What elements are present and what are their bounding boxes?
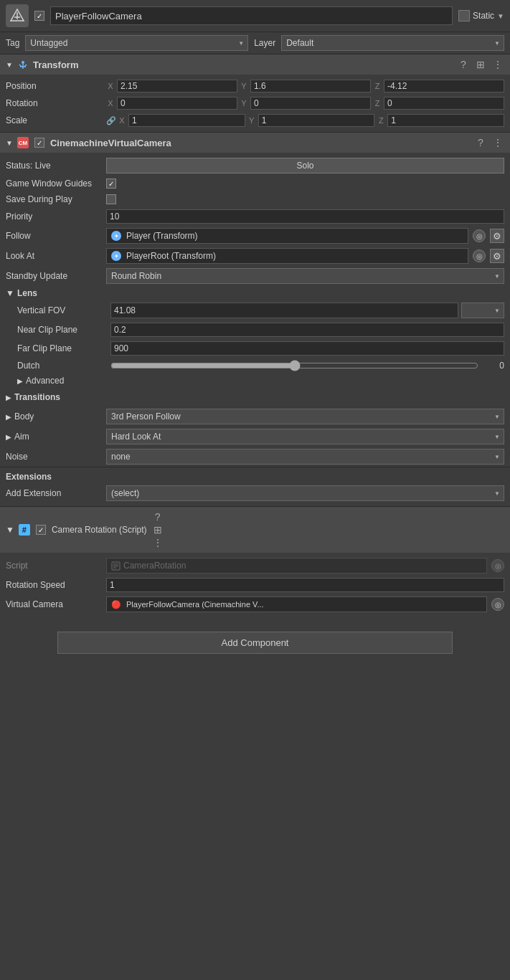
solo-button[interactable]: Solo — [106, 158, 504, 173]
script-object-ref: CameraRotation — [106, 558, 487, 574]
noise-select-wrapper[interactable]: none — [106, 449, 504, 465]
transform-menu-icon[interactable]: ⋮ — [491, 58, 504, 71]
virtual-camera-row: Virtual Camera 🔴 PlayerFollowCamera (Cin… — [0, 594, 510, 614]
game-window-guides-checkbox[interactable] — [106, 179, 116, 189]
lens-title: Lens — [17, 288, 37, 298]
object-active-checkbox[interactable] — [34, 11, 44, 21]
aim-value: Hard Look At — [106, 429, 504, 444]
transform-title: Transform — [33, 60, 453, 70]
dutch-slider[interactable] — [110, 361, 478, 371]
cm-help-icon[interactable]: ? — [474, 136, 487, 149]
rot-x-label: X — [106, 99, 115, 108]
rot-z-label: Z — [373, 99, 382, 108]
advanced-subsection-header[interactable]: ▶ Advanced — [0, 374, 510, 388]
look-at-select-btn[interactable]: ◎ — [473, 249, 486, 262]
svg-line-6 — [19, 65, 22, 67]
rotation-xyz: X Y Z — [106, 97, 504, 110]
layer-dropdown-wrapper[interactable]: Default — [281, 35, 504, 51]
transitions-arrow: ▶ — [6, 394, 11, 401]
add-extension-select-wrapper[interactable]: (select) — [106, 485, 504, 501]
position-z-input[interactable] — [384, 80, 504, 92]
rotation-speed-row: Rotation Speed — [0, 576, 510, 594]
vertical-fov-row: Vertical FOV — [0, 300, 510, 320]
static-dropdown-arrow[interactable]: ▼ — [497, 12, 504, 20]
save-during-play-checkbox[interactable] — [106, 194, 116, 204]
layer-dropdown[interactable]: Default — [281, 35, 504, 51]
object-name-input[interactable] — [50, 6, 453, 25]
noise-value: none — [106, 449, 504, 465]
look-at-gear-btn[interactable]: ⚙ — [490, 249, 504, 263]
extensions-title: Extensions — [0, 467, 510, 483]
scale-z-input[interactable] — [387, 114, 504, 127]
scale-x-input[interactable] — [128, 114, 245, 127]
vertical-fov-input[interactable] — [110, 303, 458, 318]
scale-label: Scale — [6, 115, 106, 125]
transform-section-header[interactable]: ▼ Transform ? ⊞ ⋮ — [0, 54, 510, 75]
add-extension-label: Add Extension — [6, 488, 106, 498]
follow-select-btn[interactable]: ◎ — [473, 229, 486, 242]
priority-input[interactable] — [106, 209, 504, 224]
pos-z-label: Z — [373, 82, 382, 90]
follow-gear-btn[interactable]: ⚙ — [490, 229, 504, 243]
transform-sliders-icon[interactable]: ⊞ — [474, 58, 487, 71]
cm-enabled-checkbox[interactable] — [34, 138, 44, 148]
add-component-area: Add Component — [0, 617, 510, 668]
rotation-x-input[interactable] — [117, 97, 237, 110]
body-select-wrapper[interactable]: 3rd Person Follow — [106, 409, 504, 424]
cr-enabled-checkbox[interactable] — [36, 525, 46, 535]
rotation-z-input[interactable] — [384, 97, 504, 110]
camera-rotation-section-body: Script CameraRotation ◎ Rotation Speed V… — [0, 553, 510, 617]
rot-y-label: Y — [240, 99, 248, 108]
advanced-collapse-arrow: ▶ — [17, 377, 23, 385]
fov-unit-select[interactable] — [461, 303, 504, 318]
rotation-speed-input[interactable] — [106, 578, 504, 592]
script-select-btn[interactable]: ◎ — [491, 559, 504, 572]
tag-dropdown[interactable]: Untagged — [25, 35, 248, 51]
far-clip-input[interactable] — [110, 341, 504, 356]
top-header: Static ▼ — [0, 0, 510, 32]
standby-update-value: Round Robin Never Always — [106, 268, 504, 284]
svg-line-7 — [24, 65, 27, 67]
status-label: Status: Live — [6, 161, 106, 171]
game-window-guides-row: Game Window Guides — [0, 176, 510, 191]
far-clip-value — [110, 341, 504, 356]
far-clip-label: Far Clip Plane — [17, 343, 110, 353]
aim-select-wrapper[interactable]: Hard Look At — [106, 429, 504, 444]
cinemachine-section-header[interactable]: ▼ CM CinemachineVirtualCamera ? ⋮ — [0, 132, 510, 153]
camera-rotation-section-header[interactable]: ▼ # Camera Rotation (Script) ? ⊞ ⋮ — [0, 506, 510, 553]
vc-obj-text: PlayerFollowCamera (Cinemachine V... — [126, 600, 264, 609]
tag-layer-row: Tag Untagged Layer Default — [0, 32, 510, 54]
add-extension-select[interactable]: (select) — [106, 485, 504, 501]
add-extension-value: (select) — [106, 485, 504, 501]
position-y-input[interactable] — [250, 80, 371, 92]
script-hash-icon: # — [19, 524, 30, 536]
lens-subsection-header[interactable]: ▼ Lens — [0, 286, 510, 300]
fov-input-row — [110, 303, 504, 318]
position-x-input[interactable] — [117, 80, 237, 92]
vc-select-btn[interactable]: ◎ — [491, 598, 504, 611]
standby-update-select[interactable]: Round Robin Never Always — [106, 268, 504, 284]
cm-collapse-arrow: ▼ — [6, 139, 13, 147]
near-clip-input[interactable] — [110, 323, 504, 337]
standby-update-select-wrapper[interactable]: Round Robin Never Always — [106, 268, 504, 284]
cm-menu-icon[interactable]: ⋮ — [491, 136, 504, 149]
cr-help-icon[interactable]: ? — [151, 510, 164, 523]
dutch-value: 0 — [110, 361, 504, 371]
fov-unit-wrapper[interactable] — [461, 303, 504, 318]
noise-select[interactable]: none — [106, 449, 504, 465]
cm-header-icons: ? ⋮ — [474, 136, 504, 149]
transform-help-icon[interactable]: ? — [457, 58, 470, 71]
rotation-y-input[interactable] — [250, 97, 371, 110]
static-checkbox[interactable] — [458, 10, 470, 22]
gwg-value — [106, 179, 504, 189]
body-collapse-arrow: ▶ — [6, 413, 11, 421]
transitions-row[interactable]: ▶ Transitions — [0, 388, 510, 406]
aim-select[interactable]: Hard Look At — [106, 429, 504, 444]
add-component-button[interactable]: Add Component — [57, 632, 453, 654]
body-select[interactable]: 3rd Person Follow — [106, 409, 504, 424]
scale-y-input[interactable] — [258, 114, 375, 127]
cr-sliders-icon[interactable]: ⊞ — [151, 523, 164, 536]
tag-dropdown-wrapper[interactable]: Untagged — [25, 35, 248, 51]
cr-menu-icon[interactable]: ⋮ — [151, 536, 164, 549]
look-at-object-ref: ✦ PlayerRoot (Transform) — [106, 248, 468, 264]
